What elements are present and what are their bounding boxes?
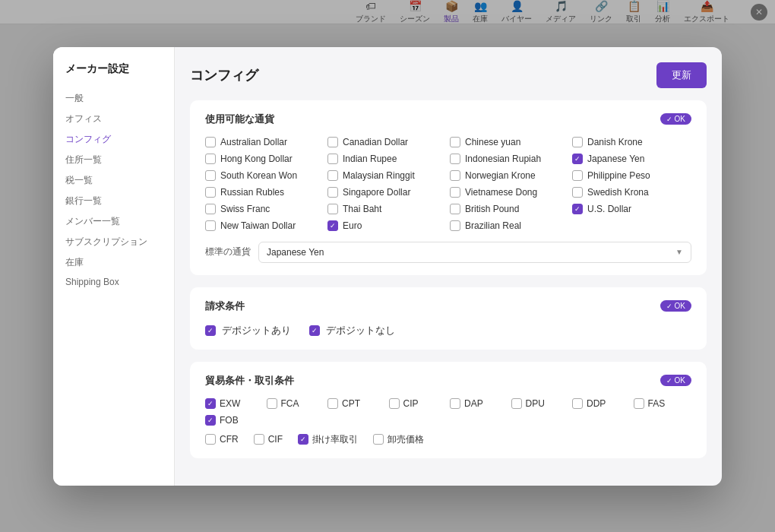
trade-term-label: DAP [464,398,483,409]
sidebar-item-shipping[interactable]: Shipping Box [65,273,162,291]
payment-term-item: デポジットあり [205,324,291,337]
trade-term-checkbox[interactable] [205,434,216,445]
trade-term-label: 卸売価格 [388,433,424,446]
currency-checkbox[interactable] [450,187,460,198]
standard-currency-select[interactable]: Japanese Yen ▼ [258,242,691,263]
currency-label: Norwegian Krone [465,170,536,181]
trade-term-item: CIP [389,398,448,409]
currency-item: Malaysian Ringgit [327,170,447,181]
modal-sidebar: メーカー設定 一般 オフィス コンフィグ 住所一覧 税一覧 銀行一覧 メンバー一… [53,47,175,486]
currency-checkbox[interactable] [205,220,216,231]
standard-label: 標準の通貨 [205,245,251,258]
trade-term-item: DAP [450,398,508,409]
currency-item: South Korean Won [205,170,324,181]
currency-label: Chinese yuan [465,137,520,147]
payment-ok-badge: OK [660,300,691,312]
sidebar-item-stock[interactable]: 在庫 [65,252,162,273]
trade-term-item: EXW [205,398,264,409]
currency-ok-badge: OK [660,113,691,125]
currency-label: Singapore Dollar [343,187,410,198]
trade-term-checkbox[interactable] [254,434,264,445]
trade-term-checkbox[interactable] [572,398,583,409]
sidebar-item-address[interactable]: 住所一覧 [65,150,162,170]
trade-term-label: FOB [220,415,239,426]
trade-term-item: 掛け率取引 [298,433,358,446]
trade-term-item: FAS [634,398,692,409]
currency-checkbox[interactable] [205,187,216,198]
currency-checkbox[interactable] [327,137,338,147]
currency-checkbox[interactable] [327,204,338,214]
config-modal: メーカー設定 一般 オフィス コンフィグ 住所一覧 税一覧 銀行一覧 メンバー一… [53,47,722,486]
sidebar-item-config[interactable]: コンフィグ [65,129,162,150]
currency-item: Indian Rupee [327,154,447,164]
currency-item: New Taiwan Dollar [205,220,324,231]
currency-checkbox[interactable] [572,137,583,147]
trade-term-checkbox[interactable] [205,398,216,409]
currency-checkbox[interactable] [327,170,338,181]
sidebar-item-bank[interactable]: 銀行一覧 [65,191,162,211]
currency-checkbox[interactable] [450,204,460,214]
currency-item: Brazilian Real [450,220,569,231]
sidebar-item-office[interactable]: オフィス [65,109,162,129]
currency-item: Swiss Franc [205,204,324,214]
currency-checkbox[interactable] [450,137,460,147]
currency-checkbox[interactable] [572,154,583,164]
trade-term-item: 卸売価格 [373,433,424,446]
currency-item: U.S. Dollar [572,204,691,214]
currency-label: British Pound [465,204,519,214]
currency-section: 使用可能な通貨 OK Australian DollarCanadian Dol… [190,100,707,275]
trade-term-label: FAS [648,398,666,409]
trade-term-checkbox[interactable] [205,415,216,426]
payment-title: 請求条件 [205,299,245,313]
currency-item: Danish Krone [572,137,691,147]
currency-checkbox[interactable] [327,187,338,198]
sidebar-item-subscription[interactable]: サブスクリプション [65,232,162,252]
currency-label: Brazilian Real [465,220,521,231]
sidebar-item-member[interactable]: メンバー一覧 [65,211,162,232]
currency-checkbox[interactable] [205,137,216,147]
currency-label: Indonesian Rupiah [465,154,541,164]
chevron-down-icon: ▼ [675,248,683,256]
currency-grid: Australian DollarCanadian DollarChinese … [205,137,691,231]
trade-term-checkbox[interactable] [389,398,400,409]
currency-checkbox[interactable] [205,204,216,214]
currency-item: Hong Kong Dollar [205,154,324,164]
trade-header: 貿易条件・取引条件 OK [205,374,691,388]
trade-term-checkbox[interactable] [511,398,522,409]
update-button[interactable]: 更新 [656,62,707,88]
currency-checkbox[interactable] [572,170,583,181]
currency-label: Indian Rupee [343,154,397,164]
currency-checkbox[interactable] [205,170,216,181]
currency-label: Australian Dollar [220,137,287,147]
trade-term-checkbox[interactable] [327,398,338,409]
currency-checkbox[interactable] [572,204,583,214]
trade-term-checkbox[interactable] [634,398,644,409]
trade-term-checkbox[interactable] [298,434,308,445]
trade-term-label: FCA [281,398,299,409]
currency-checkbox[interactable] [450,170,460,181]
main-header: コンフィグ 更新 [190,62,707,88]
currency-item: Canadian Dollar [327,137,447,147]
trade-grid-row1: EXWFCACPTCIPDAPDPUDDPFASFOB [205,398,691,426]
currency-checkbox[interactable] [572,187,583,198]
currency-label: Canadian Dollar [343,137,408,147]
currency-item: Philippine Peso [572,170,691,181]
currency-checkbox[interactable] [450,154,460,164]
currency-label: Swiss Franc [220,204,270,214]
trade-term-checkbox[interactable] [450,398,460,409]
sidebar-item-tax[interactable]: 税一覧 [65,170,162,191]
currency-checkbox[interactable] [205,154,216,164]
trade-term-label: CPT [342,398,360,409]
payment-term-checkbox[interactable] [205,325,216,336]
currency-checkbox[interactable] [450,220,460,231]
trade-term-checkbox[interactable] [373,434,384,445]
trade-term-item: FCA [267,398,325,409]
currency-checkbox[interactable] [327,220,338,231]
sidebar-item-general[interactable]: 一般 [65,88,162,109]
payment-terms-row: デポジットありデポジットなし [205,324,691,337]
standard-currency-row: 標準の通貨 Japanese Yen ▼ [205,242,691,263]
currency-checkbox[interactable] [327,154,338,164]
trade-term-checkbox[interactable] [267,398,277,409]
payment-term-label: デポジットあり [222,324,291,337]
payment-term-checkbox[interactable] [309,325,320,336]
